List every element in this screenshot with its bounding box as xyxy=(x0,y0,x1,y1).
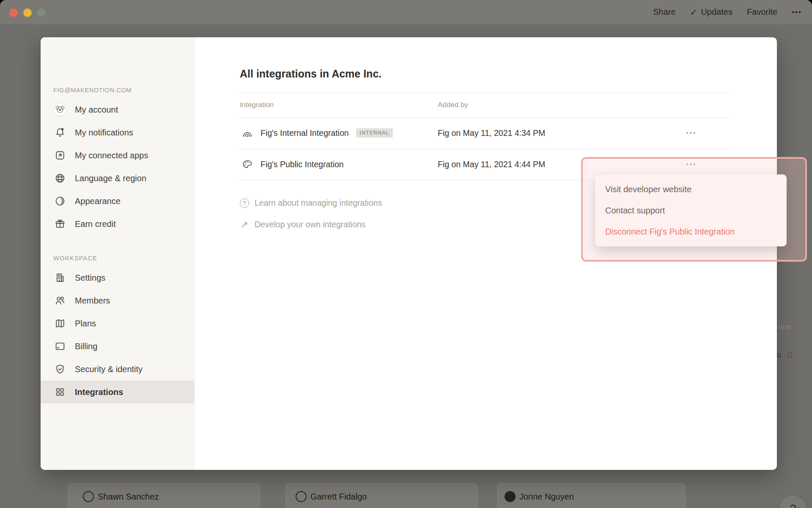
credit-card-icon xyxy=(54,340,66,352)
settings-sidebar: FIG@MAKENOTION.COM My account My notific… xyxy=(41,37,195,470)
sidebar-item-settings[interactable]: Settings xyxy=(41,266,195,289)
card-person-row: Jonne Nguyen xyxy=(505,491,574,502)
building-icon xyxy=(54,272,66,284)
sidebar-item-language-region[interactable]: Language & region xyxy=(41,167,195,190)
menu-item-contact-support[interactable]: Contact support xyxy=(595,200,787,221)
people-icon xyxy=(54,295,66,306)
share-button[interactable]: Share xyxy=(653,7,675,17)
account-email-label: FIG@MAKENOTION.COM xyxy=(53,87,132,94)
page-title: All integrations in Acme Inc. xyxy=(240,68,381,80)
moon-icon xyxy=(54,195,66,207)
sidebar-item-billing[interactable]: Billing xyxy=(41,335,195,358)
sidebar-item-label: My connected apps xyxy=(75,151,148,160)
sidebar-item-security-identity[interactable]: Security & identity xyxy=(41,358,195,381)
sidebar-item-label: Members xyxy=(75,296,110,306)
table-border xyxy=(240,93,731,93)
koala-avatar-icon xyxy=(53,103,67,116)
gift-icon xyxy=(54,218,66,230)
integration-name: Fig's Public Integration xyxy=(261,160,344,169)
added-by-cell: Fig on May 11, 2021 4:34 PM xyxy=(438,128,545,138)
learn-integrations-link[interactable]: ? Learn about managing integrations xyxy=(240,198,382,208)
integration-context-menu: Visit developer website Contact support … xyxy=(595,174,787,246)
sidebar-item-label: Earn credit xyxy=(75,219,116,229)
table-border xyxy=(240,149,731,149)
sidebar-item-integrations[interactable]: Integrations xyxy=(41,381,195,403)
titlebar-actions: Share ✓ Updates Favorite ••• xyxy=(653,0,802,24)
integration-name: Fig's Internal Integration xyxy=(261,128,349,138)
card-person-row: Shawn Sanchez xyxy=(83,491,159,502)
sidebar-item-label: Plans xyxy=(75,319,96,329)
board-card: Jonne Nguyen J Jieun Kim Task xyxy=(497,483,685,508)
added-by-cell: Fig on May 11, 2021 4:44 PM xyxy=(438,160,545,169)
arrow-up-right-square-icon xyxy=(54,149,66,161)
question-circle-icon: ? xyxy=(240,199,249,208)
sidebar-item-label: My account xyxy=(75,105,118,115)
sidebar-item-label: Settings xyxy=(75,273,105,283)
menu-item-disconnect-integration[interactable]: Disconnect Fig's Public Integration xyxy=(595,221,787,242)
sidebar-item-label: Billing xyxy=(75,342,97,351)
board-card: Shawn Sanchez Leslie Jensen Zeno Wu Task xyxy=(68,483,260,508)
sidebar-item-label: Language & region xyxy=(75,174,146,183)
integration-row-internal: Fig's Internal Integration INTERNAL xyxy=(240,125,393,141)
help-button[interactable]: ? xyxy=(779,495,807,508)
window-titlebar: Share ✓ Updates Favorite ••• xyxy=(0,0,812,24)
shield-check-icon xyxy=(54,363,66,375)
more-options-icon[interactable]: ••• xyxy=(792,8,802,17)
globe-icon xyxy=(54,172,66,184)
map-icon xyxy=(54,318,66,329)
menu-item-visit-developer-website[interactable]: Visit developer website xyxy=(595,179,787,200)
integration-row-public: Fig's Public Integration xyxy=(240,157,344,172)
sidebar-item-members[interactable]: Members xyxy=(41,289,195,312)
sidebar-item-my-notifications[interactable]: My notifications xyxy=(41,121,195,144)
row-more-options-icon[interactable]: ••• xyxy=(680,129,703,136)
settings-modal: FIG@MAKENOTION.COM My account My notific… xyxy=(41,37,777,470)
clipped-count-fragment: 0 xyxy=(787,350,792,360)
sidebar-item-label: Integrations xyxy=(75,387,123,397)
column-header-added-by: Added by xyxy=(438,101,468,109)
workspace-section-label: WORKSPACE xyxy=(53,255,97,262)
sidebar-item-label: Security & identity xyxy=(75,364,143,374)
check-icon: ✓ xyxy=(690,7,697,17)
sidebar-item-plans[interactable]: Plans xyxy=(41,312,195,335)
palette-doodle-icon xyxy=(240,157,255,172)
card-person-row: Garrett Fidalgo xyxy=(296,491,367,502)
sidebar-item-label: Appearance xyxy=(75,196,121,206)
sidebar-item-earn-credit[interactable]: Earn credit xyxy=(41,213,195,235)
sidebar-item-my-account[interactable]: My account xyxy=(41,98,195,121)
notion-settings-screen: Share ✓ Updates Favorite ••• Shawn Sanch… xyxy=(0,0,812,508)
rainbow-doodle-icon xyxy=(240,125,255,141)
sidebar-item-appearance[interactable]: Appearance xyxy=(41,190,195,213)
clipped-text-fragment: s xyxy=(777,350,781,360)
table-border xyxy=(240,117,731,118)
close-window-button[interactable] xyxy=(9,8,18,17)
sidebar-item-my-connected-apps[interactable]: My connected apps xyxy=(41,144,195,167)
row-more-options-icon[interactable]: ••• xyxy=(680,160,703,168)
favorite-button[interactable]: Favorite xyxy=(747,7,777,17)
minimize-window-button[interactable] xyxy=(23,8,32,17)
clipped-text-fragment: nns xyxy=(778,322,791,331)
column-header-integration: Integration xyxy=(240,101,274,109)
arrow-up-right-icon: ↗ xyxy=(240,219,249,229)
updates-button[interactable]: ✓ Updates xyxy=(690,7,732,17)
develop-integrations-link[interactable]: ↗ Develop your own integrations xyxy=(240,219,365,229)
sidebar-item-label: My notifications xyxy=(75,128,133,138)
board-column-divider xyxy=(685,494,686,508)
board-card: Garrett Fidalgo Andrea Lim Chet Corcos T… xyxy=(285,483,478,508)
internal-badge: INTERNAL xyxy=(356,128,393,138)
avatar xyxy=(83,491,94,502)
bell-icon xyxy=(54,127,66,138)
avatar xyxy=(296,491,307,502)
zoom-window-button[interactable] xyxy=(37,8,46,17)
grid-icon xyxy=(54,386,66,398)
avatar xyxy=(505,491,516,502)
